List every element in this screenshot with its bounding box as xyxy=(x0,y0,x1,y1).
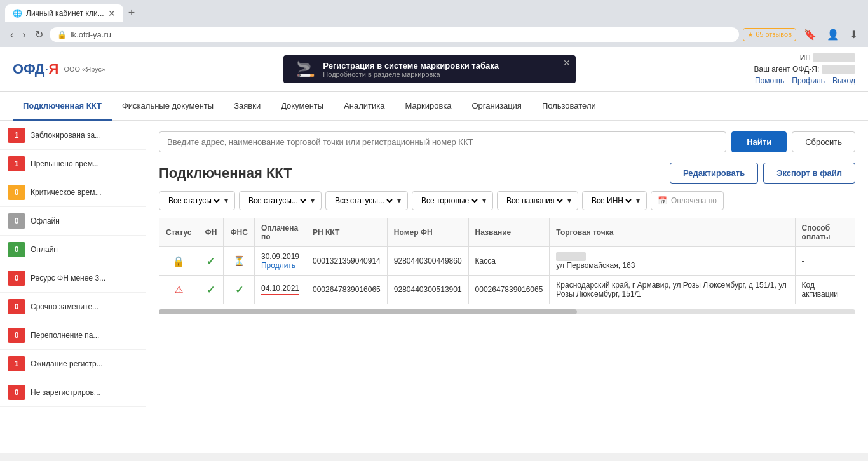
extend-link[interactable]: Продлить xyxy=(261,261,299,270)
sidebar-badge-resource: 0 xyxy=(8,271,25,286)
filter-inn[interactable]: Все ИНН ▾ xyxy=(582,191,647,210)
sidebar-item-resource[interactable]: 0 Ресурс ФН менее 3... xyxy=(0,264,146,293)
forward-button[interactable]: › xyxy=(20,27,28,43)
filter-status-1[interactable]: Все статусы ▾ xyxy=(159,191,235,210)
col-name: Название xyxy=(468,218,550,247)
sidebar-item-exceeded[interactable]: 1 Превышено врем... xyxy=(0,150,146,178)
row1-name: Касса xyxy=(468,247,550,276)
table-header: Статус ФН ФНС Оплаченапо РН ККТ Номер ФН… xyxy=(159,218,855,247)
sidebar-label-offline: Офлайн xyxy=(31,217,60,225)
banner-texts: Регистрация в системе маркировки табака … xyxy=(323,61,499,78)
col-rn-kkt: РН ККТ xyxy=(306,218,388,247)
app-container: ОФД·Я ООО «Ярус» 🚬 Регистрация в системе… xyxy=(0,47,868,453)
row1-paid: 30.09.2019 Продлить xyxy=(254,247,306,276)
download-icon[interactable]: ⬇ xyxy=(847,26,860,43)
row2-rn-kkt: 0002647839016065 xyxy=(306,276,388,304)
user-links: Помощь Профиль Выход xyxy=(755,76,855,85)
horizontal-scrollbar[interactable] xyxy=(159,309,855,314)
row2-paid: 04.10.2021 xyxy=(254,276,306,304)
sidebar-label-exceeded: Превышено врем... xyxy=(31,159,99,168)
filter-trade[interactable]: Все торговые ▾ xyxy=(412,191,493,210)
sidebar-item-waiting[interactable]: 1 Ожидание регистр... xyxy=(0,350,146,378)
banner-close-icon[interactable]: ✕ xyxy=(563,58,571,68)
active-tab[interactable]: 🌐 Личный кабинет кли... ✕ xyxy=(5,4,123,22)
sidebar-badge-waiting: 1 xyxy=(8,356,25,371)
sidebar: 1 Заблокирована за... 1 Превышено врем..… xyxy=(0,121,146,407)
table-row: ⚠ ✓ ✓ 04.10.2021 0002647839016065 xyxy=(159,276,855,304)
kkt-table: Статус ФН ФНС Оплаченапо РН ККТ Номер ФН… xyxy=(159,218,855,304)
filter-status-2[interactable]: Все статусы... ▾ xyxy=(239,191,322,210)
sidebar-item-critical[interactable]: 0 Критическое врем... xyxy=(0,178,146,207)
col-status: Статус xyxy=(159,218,198,247)
sidebar-badge-offline: 0 xyxy=(8,213,25,229)
edit-button[interactable]: Редактировать xyxy=(670,163,758,184)
row2-trade-point: Краснодарский край, г Армавир, ул Розы Л… xyxy=(550,276,795,304)
sidebar-item-notregistered[interactable]: 0 Не зарегистриров... xyxy=(0,378,146,407)
export-button[interactable]: Экспорт в файл xyxy=(763,163,855,184)
profile-link[interactable]: Профиль xyxy=(792,76,825,85)
profile-icon[interactable]: 👤 xyxy=(824,26,842,43)
sidebar-badge-online: 0 xyxy=(8,242,25,257)
search-input[interactable] xyxy=(159,131,726,152)
browser-toolbar: ‹ › ↻ 🔒 lk.ofd-ya.ru ★ 65 отзывов 🔖 👤 ⬇ xyxy=(0,22,868,47)
row2-paid-date: 04.10.2021 xyxy=(261,284,299,293)
row2-status: ⚠ xyxy=(159,276,198,304)
sidebar-label-resource: Ресурс ФН менее 3... xyxy=(31,274,105,283)
warning-icon: ⚠ xyxy=(175,284,183,295)
banner-main-text: Регистрация в системе маркировки табака xyxy=(323,61,499,70)
bookmark-icon[interactable]: 🔖 xyxy=(801,26,819,43)
logo-ya-text: Я xyxy=(49,61,59,77)
search-row: Найти Сбросить xyxy=(159,131,855,152)
nav-item-fiscal[interactable]: Фискальные документы xyxy=(112,92,224,121)
help-link[interactable]: Помощь xyxy=(755,76,784,85)
filter-names-select[interactable]: Все названия xyxy=(504,196,565,206)
exit-link[interactable]: Выход xyxy=(832,76,855,85)
row1-status: 🔒 xyxy=(159,247,198,276)
tab-close-icon[interactable]: ✕ xyxy=(108,8,116,18)
sidebar-label-blocked: Заблокирована за... xyxy=(31,131,101,140)
filter-names[interactable]: Все названия ▾ xyxy=(497,191,578,210)
filter-status-2-select[interactable]: Все статусы... xyxy=(246,196,308,206)
nav-item-org[interactable]: Организация xyxy=(462,92,532,121)
col-trade-point: Торговая точка xyxy=(550,218,795,247)
sidebar-badge-blocked: 1 xyxy=(8,128,25,143)
filter-status-3-select[interactable]: Все статусы... xyxy=(332,196,395,206)
banner-sub-text: Подробности в разделе маркировка xyxy=(323,70,499,78)
row2-name: 0002647839016065 xyxy=(468,276,550,304)
sidebar-item-overflow[interactable]: 0 Переполнение па... xyxy=(0,321,146,350)
url-bar[interactable]: 🔒 lk.ofd-ya.ru xyxy=(50,27,739,42)
sidebar-item-online[interactable]: 0 Онлайн xyxy=(0,236,146,264)
sidebar-item-blocked[interactable]: 1 Заблокирована за... xyxy=(0,121,146,150)
col-pay-method: Способоплаты xyxy=(795,218,855,247)
back-button[interactable]: ‹ xyxy=(8,27,16,43)
chevron-down-icon-5: ▾ xyxy=(567,196,571,205)
find-button[interactable]: Найти xyxy=(731,131,787,152)
chevron-down-icon: ▾ xyxy=(224,196,228,205)
tab-bar: 🌐 Личный кабинет кли... ✕ + xyxy=(0,0,868,22)
new-tab-button[interactable]: + xyxy=(123,4,140,22)
user-info: ИП xyxy=(800,53,855,62)
filter-date[interactable]: 📅 Оплачена по xyxy=(651,191,724,210)
logo-company: ООО «Ярус» xyxy=(64,65,105,73)
reset-button[interactable]: Сбросить xyxy=(792,131,855,152)
sidebar-item-offline[interactable]: 0 Офлайн xyxy=(0,207,146,236)
trade-point-blurred xyxy=(556,252,586,261)
filter-trade-select[interactable]: Все торговые xyxy=(419,196,480,206)
filter-status-1-select[interactable]: Все статусы xyxy=(166,196,222,206)
row2-fns: ✓ xyxy=(224,276,255,304)
sidebar-item-replace[interactable]: 0 Срочно замените... xyxy=(0,293,146,321)
filter-status-3[interactable]: Все статусы... ▾ xyxy=(325,191,408,210)
nav-item-analytics[interactable]: Аналитика xyxy=(334,92,395,121)
nav-item-marking[interactable]: Маркировка xyxy=(395,92,462,121)
row2-fn-number: 9280440300513901 xyxy=(387,276,468,304)
nav-item-kkt[interactable]: Подключенная ККТ xyxy=(13,92,112,121)
agent-label: Ваш агент ОФД-Я: xyxy=(754,65,820,74)
reviews-badge[interactable]: ★ 65 отзывов xyxy=(743,28,796,41)
nav-item-docs[interactable]: Документы xyxy=(271,92,334,121)
row1-pay-method: - xyxy=(795,247,855,276)
reload-button[interactable]: ↻ xyxy=(32,26,46,43)
nav-item-orders[interactable]: Заявки xyxy=(224,92,271,121)
filter-inn-select[interactable]: Все ИНН xyxy=(589,196,634,206)
col-fns: ФНС xyxy=(224,218,255,247)
nav-item-users[interactable]: Пользователи xyxy=(532,92,606,121)
